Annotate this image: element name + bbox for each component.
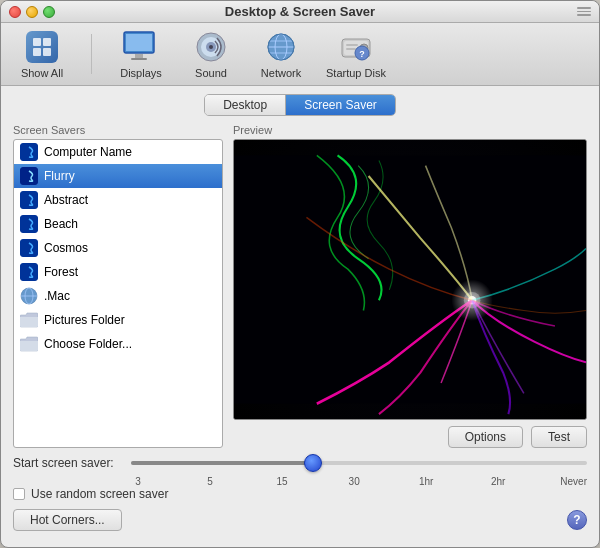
saver-swirl-icon xyxy=(20,263,38,281)
tab-screensaver[interactable]: Screen Saver xyxy=(286,95,395,115)
svg-point-38 xyxy=(451,280,492,321)
tick-30: 30 xyxy=(344,476,364,487)
bottom-controls: Start screen saver: 3 5 15 30 1hr 2hr Ne… xyxy=(13,456,587,539)
minimize-button[interactable] xyxy=(26,6,38,18)
saver-name-label: Computer Name xyxy=(44,145,132,159)
list-item[interactable]: Pictures Folder xyxy=(14,308,222,332)
startup-disk-label: Startup Disk xyxy=(326,67,386,79)
saver-globe-icon xyxy=(20,287,38,305)
random-screensaver-checkbox[interactable] xyxy=(13,488,25,500)
displays-button[interactable]: Displays xyxy=(116,29,166,79)
preview-area xyxy=(233,139,587,420)
list-item[interactable]: Choose Folder... xyxy=(14,332,222,356)
svg-rect-6 xyxy=(135,54,143,58)
sound-label: Sound xyxy=(195,67,227,79)
main-window: Desktop & Screen Saver Show All xyxy=(0,0,600,548)
titlebar: Desktop & Screen Saver xyxy=(1,1,599,23)
saver-swirl-icon xyxy=(20,239,38,257)
tick-15: 15 xyxy=(272,476,292,487)
svg-rect-23 xyxy=(346,48,356,50)
startup-disk-icon: ? xyxy=(338,29,374,65)
list-item[interactable]: Beach xyxy=(14,212,222,236)
slider-fill xyxy=(131,461,313,465)
svg-rect-1 xyxy=(43,38,51,46)
svg-rect-7 xyxy=(131,58,147,60)
maximize-button[interactable] xyxy=(43,6,55,18)
traffic-lights xyxy=(9,6,55,18)
sound-button[interactable]: Sound xyxy=(186,29,236,79)
slider-container xyxy=(131,461,587,465)
tab-desktop[interactable]: Desktop xyxy=(205,95,286,115)
saver-name-label: Abstract xyxy=(44,193,88,207)
displays-icon xyxy=(123,29,159,65)
saver-swirl-icon xyxy=(20,143,38,161)
savers-section-label: Screen Savers xyxy=(13,124,223,136)
saver-swirl-icon xyxy=(20,215,38,233)
close-button[interactable] xyxy=(9,6,21,18)
saver-name-label: Pictures Folder xyxy=(44,313,125,327)
svg-rect-26 xyxy=(20,143,38,161)
slider-row: Start screen saver: xyxy=(13,456,587,470)
saver-swirl-icon xyxy=(20,167,38,185)
savers-list[interactable]: Computer Name Flurry Abstrac xyxy=(13,139,223,448)
list-item[interactable]: Computer Name xyxy=(14,140,222,164)
help-button[interactable]: ? xyxy=(567,510,587,530)
list-item[interactable]: Forest xyxy=(14,260,222,284)
list-item[interactable]: Abstract xyxy=(14,188,222,212)
displays-label: Displays xyxy=(120,67,162,79)
saver-folder-icon xyxy=(20,335,38,353)
sound-icon xyxy=(193,29,229,65)
saver-name-label: Forest xyxy=(44,265,78,279)
svg-text:?: ? xyxy=(359,49,365,59)
show-all-label: Show All xyxy=(21,67,63,79)
tick-1hr: 1hr xyxy=(416,476,436,487)
svg-rect-27 xyxy=(20,167,38,185)
show-all-icon xyxy=(24,29,60,65)
saver-name-label: .Mac xyxy=(44,289,70,303)
slider-ticks: 3 5 15 30 1hr 2hr Never xyxy=(128,476,587,487)
network-icon xyxy=(263,29,299,65)
svg-rect-31 xyxy=(20,263,38,281)
tick-5: 5 xyxy=(200,476,220,487)
resize-icon xyxy=(577,7,591,16)
saver-name-label: Flurry xyxy=(44,169,75,183)
preview-buttons: Options Test xyxy=(233,426,587,448)
hot-corners-button[interactable]: Hot Corners... xyxy=(13,509,122,531)
show-all-button[interactable]: Show All xyxy=(17,29,67,79)
saver-name-label: Choose Folder... xyxy=(44,337,132,351)
list-item[interactable]: .Mac xyxy=(14,284,222,308)
svg-rect-0 xyxy=(33,38,41,46)
tab-bar: Desktop Screen Saver xyxy=(1,86,599,116)
saver-folder-icon xyxy=(20,311,38,329)
window-title: Desktop & Screen Saver xyxy=(225,4,375,19)
svg-rect-2 xyxy=(33,48,41,56)
svg-rect-22 xyxy=(346,44,358,46)
slider-thumb[interactable] xyxy=(304,454,322,472)
network-label: Network xyxy=(261,67,301,79)
startup-disk-button[interactable]: ? Startup Disk xyxy=(326,29,386,79)
checkbox-row: Use random screen saver xyxy=(13,487,587,501)
main-content: Screen Savers Computer Name Fl xyxy=(1,116,599,547)
savers-panel: Screen Savers Computer Name Fl xyxy=(13,124,223,448)
top-panel: Screen Savers Computer Name Fl xyxy=(13,124,587,448)
footer-row: Hot Corners... ? xyxy=(13,509,587,531)
list-item[interactable]: Flurry xyxy=(14,164,222,188)
tick-2hr: 2hr xyxy=(488,476,508,487)
network-button[interactable]: Network xyxy=(256,29,306,79)
svg-rect-5 xyxy=(126,34,152,51)
tick-never: Never xyxy=(560,476,587,487)
svg-rect-29 xyxy=(20,215,38,233)
options-button[interactable]: Options xyxy=(448,426,523,448)
preview-panel: Preview xyxy=(233,124,587,448)
test-button[interactable]: Test xyxy=(531,426,587,448)
saver-swirl-icon xyxy=(20,191,38,209)
start-screensaver-label: Start screen saver: xyxy=(13,456,123,470)
svg-rect-30 xyxy=(20,239,38,257)
slider-track[interactable] xyxy=(131,461,587,465)
list-item[interactable]: Cosmos xyxy=(14,236,222,260)
tabs-container: Desktop Screen Saver xyxy=(204,94,396,116)
saver-name-label: Cosmos xyxy=(44,241,88,255)
toolbar-separator xyxy=(91,34,92,74)
toolbar: Show All Displays xyxy=(1,23,599,86)
svg-point-11 xyxy=(209,45,213,49)
